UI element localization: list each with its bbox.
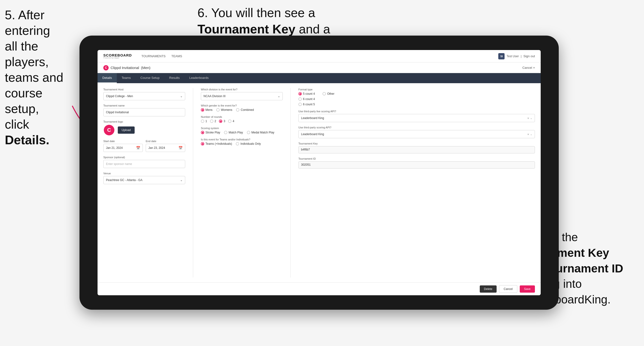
gender-label: Which gender is the event for?: [201, 104, 283, 107]
tab-teams[interactable]: Teams: [117, 73, 136, 83]
api1-clear-icon[interactable]: ×: [527, 116, 529, 120]
format-6count5-radio[interactable]: [298, 103, 302, 106]
format-5count4-radio[interactable]: [298, 92, 302, 95]
annotation-tr-bold1: Tournament Key: [198, 22, 295, 36]
page-logo: C: [103, 65, 108, 70]
scoring-label: Scoring system: [201, 127, 283, 130]
rounds-4-radio[interactable]: [228, 120, 232, 123]
venue-input[interactable]: Peachtree GC - Atlanta - GA ⌄: [103, 176, 185, 184]
tablet-screen: SCOREBOARD Powered by clippd TOURNAMENTS…: [98, 50, 541, 295]
col-middle: Which division is the event for? NCAA Di…: [201, 88, 283, 277]
format-6count5[interactable]: 6 count 5: [298, 103, 315, 106]
division-input[interactable]: NCAA Division III ⌄: [201, 92, 283, 100]
format-other-label: Other: [327, 92, 334, 95]
nav-separator: |: [521, 55, 522, 58]
gender-mens-label: Mens: [206, 108, 212, 112]
logo-upload: C Upload: [103, 124, 185, 136]
tournament-name-input[interactable]: Clippd Invitational: [103, 108, 185, 116]
upload-button[interactable]: Upload: [118, 127, 135, 134]
gender-combined-radio[interactable]: [236, 108, 240, 112]
scoring-medal-match-play-label: Medal Match Play: [252, 131, 274, 134]
format-type-group: Format type 5 count 4 6 count 4: [298, 88, 535, 106]
api1-value: Leaderboard King: [301, 116, 324, 120]
form-footer: Delete Cancel Save: [98, 282, 541, 295]
divider-1: [193, 88, 193, 277]
close-icon: ×: [533, 66, 535, 69]
division-label: Which division is the event for?: [201, 88, 283, 91]
date-row: Start date Jan 21, 2024 📅 End date Jan 2…: [103, 140, 185, 152]
rounds-2-label: 2: [214, 120, 216, 123]
format-5count4[interactable]: 5 count 4: [298, 92, 315, 95]
teams-plus-individuals-radio[interactable]: [201, 142, 204, 146]
gender-womens[interactable]: Womens: [216, 108, 232, 112]
api2-chevron-icon[interactable]: ⌄: [530, 133, 532, 136]
cancel-button-header[interactable]: Cancel ×: [522, 66, 535, 69]
annotation-left: 5. After enteringall the players,teams a…: [5, 7, 72, 148]
nav-logo-sub: Powered by clippd: [103, 57, 132, 59]
rounds-4[interactable]: 4: [228, 120, 234, 123]
rounds-2[interactable]: 2: [210, 120, 216, 123]
nav-link-teams[interactable]: TEAMS: [172, 54, 182, 58]
scoring-match-play[interactable]: Match Play: [224, 131, 243, 134]
scoring-medal-match-play-radio[interactable]: [247, 131, 250, 134]
gender-combined[interactable]: Combined: [236, 108, 254, 112]
cancel-label: Cancel: [522, 66, 532, 69]
rounds-3-radio[interactable]: [219, 120, 222, 123]
nav-link-tournaments[interactable]: TOURNAMENTS: [141, 54, 166, 58]
calendar-icon-start: 📅: [136, 146, 140, 150]
teams-plus-individuals[interactable]: Teams (+Individuals): [201, 142, 232, 146]
tournament-logo-group: Tournament logo C Upload: [103, 120, 185, 136]
scoring-stroke-play[interactable]: Stroke Play: [201, 131, 220, 134]
format-6count4-radio[interactable]: [298, 97, 302, 101]
start-date-label: Start date: [103, 140, 143, 143]
end-date-input[interactable]: Jan 23, 2024 📅: [146, 144, 185, 152]
api1-group: Use third-party live scoring API? Leader…: [298, 110, 535, 122]
divider-2: [290, 88, 291, 277]
rounds-1-label: 1: [206, 120, 207, 123]
rounds-1[interactable]: 1: [201, 120, 207, 123]
tournament-id-group: Tournament ID 302051: [298, 157, 535, 169]
venue-value: Peachtree GC - Atlanta - GA: [106, 178, 142, 182]
save-button[interactable]: Save: [520, 285, 535, 293]
delete-button[interactable]: Delete: [480, 285, 497, 293]
page-title: Clippd Invitational: [110, 66, 139, 70]
scoring-stroke-play-radio[interactable]: [201, 131, 204, 134]
individuals-only[interactable]: Individuals Only: [236, 142, 261, 146]
content-area: Tournament Host Clippd College - Men ⌄ T…: [98, 83, 541, 295]
format-other[interactable]: Other: [322, 92, 334, 95]
tab-details[interactable]: Details: [98, 73, 117, 83]
sponsor-input[interactable]: Enter sponsor name: [103, 160, 185, 168]
rounds-3[interactable]: 3: [219, 120, 225, 123]
rounds-2-radio[interactable]: [210, 120, 214, 123]
start-date-input[interactable]: Jan 21, 2024 📅: [103, 144, 143, 152]
rounds-1-radio[interactable]: [201, 120, 204, 123]
dates-group: Start date Jan 21, 2024 📅 End date Jan 2…: [103, 140, 185, 152]
scoring-match-play-radio[interactable]: [224, 131, 227, 134]
format-6count4[interactable]: 6 count 4: [298, 97, 315, 101]
calendar-icon-end: 📅: [178, 146, 182, 150]
gender-mens[interactable]: Mens: [201, 108, 212, 112]
col-left: Tournament Host Clippd College - Men ⌄ T…: [103, 88, 185, 277]
tab-course-setup[interactable]: Course Setup: [136, 73, 164, 83]
api2-select[interactable]: Leaderboard King × ⌄: [298, 130, 535, 138]
tournament-host-input[interactable]: Clippd College - Men ⌄: [103, 92, 185, 100]
api1-chevron-icon[interactable]: ⌄: [530, 117, 532, 120]
api2-clear-icon[interactable]: ×: [527, 133, 529, 136]
tournament-key-group: Tournament Key b4f6b7: [298, 142, 535, 154]
gender-womens-radio[interactable]: [216, 108, 220, 112]
gender-womens-label: Womens: [221, 108, 232, 112]
api1-select[interactable]: Leaderboard King × ⌄: [298, 114, 535, 122]
tab-leaderboards[interactable]: Leaderboards: [184, 73, 214, 83]
nav-sign-out[interactable]: Sign out: [523, 54, 535, 58]
division-value: NCAA Division III: [204, 95, 226, 98]
tab-results[interactable]: Results: [164, 73, 184, 83]
format-other-radio[interactable]: [322, 92, 326, 95]
individuals-only-radio[interactable]: [236, 142, 239, 146]
gender-mens-radio[interactable]: [201, 108, 204, 112]
tournament-host-label: Tournament Host: [103, 88, 185, 91]
scoring-medal-match-play[interactable]: Medal Match Play: [247, 131, 274, 134]
cancel-button-footer[interactable]: Cancel: [499, 285, 517, 293]
api1-icons: × ⌄: [527, 116, 532, 120]
logo-c: C: [104, 125, 114, 135]
tournament-name-label: Tournament name: [103, 104, 185, 107]
